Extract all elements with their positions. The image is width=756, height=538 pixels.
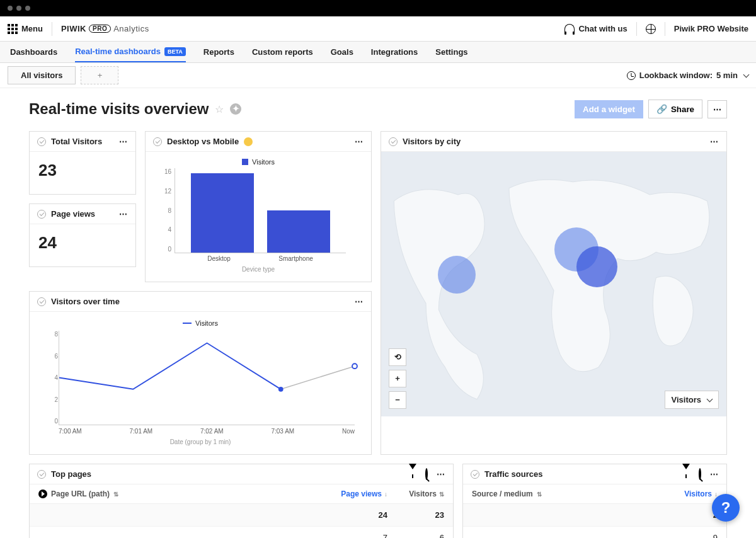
sort-icon[interactable]: ⇅ xyxy=(113,491,118,498)
warning-dot-icon xyxy=(244,137,253,146)
menu-label: Menu xyxy=(21,24,43,33)
card-menu[interactable]: ⋯ xyxy=(710,137,719,146)
check-circle-icon xyxy=(37,137,46,146)
map-reset-button[interactable]: ⟲ xyxy=(389,348,406,366)
check-circle-icon xyxy=(37,297,46,306)
svg-point-0 xyxy=(278,387,284,392)
col-visitors[interactable]: Visitors⇅ xyxy=(387,489,444,498)
nav-tab[interactable]: Dashboards xyxy=(10,42,57,62)
page-header: Real-time visits overview ☆ ✦ Add a widg… xyxy=(0,88,756,125)
filter-icon xyxy=(682,464,690,479)
dashboard-tab-all-visitors[interactable]: All visitors xyxy=(8,66,76,84)
share-button[interactable]: 🔗 Share xyxy=(648,100,702,118)
card-menu[interactable]: ⋯ xyxy=(437,469,445,479)
axis-caption: Date (group by 1 min) xyxy=(41,438,360,445)
card-visitors-over-time: Visitors over time ⋯ Visitors 86420 7:00… xyxy=(29,291,372,455)
filter-icon xyxy=(409,464,416,479)
card-visitors-by-city: Visitors by city ⋯ ⟲ + − Visitors xyxy=(381,131,727,455)
bar-chart: 1612840 xyxy=(175,168,346,253)
table-header: Page URL (path) ⇅ Page views↓ Visitors⇅ xyxy=(30,484,453,504)
beta-badge: BETA xyxy=(164,47,186,56)
table-row[interactable]: /pricing/729.17%626.09% xyxy=(30,527,453,538)
traffic-light-min[interactable] xyxy=(16,6,21,11)
window-titlebar xyxy=(0,0,756,16)
card-menu[interactable]: ⋯ xyxy=(119,137,128,146)
nav-tab[interactable]: Integrations xyxy=(371,42,418,62)
table-row[interactable]: bing / ppc939.13% xyxy=(463,527,726,538)
divider xyxy=(665,22,665,36)
grid-icon xyxy=(8,24,18,34)
top-bar: Menu PIWIK PRO Analytics Chat with us Pi… xyxy=(0,16,756,42)
map-bubble[interactable] xyxy=(576,246,617,287)
add-dashboard-tab[interactable]: + xyxy=(81,66,118,84)
link-icon: 🔗 xyxy=(656,104,667,114)
chevron-down-icon xyxy=(707,396,713,403)
search-icon xyxy=(425,468,428,480)
clock-icon xyxy=(627,71,636,80)
search-button[interactable] xyxy=(699,469,701,479)
nav-tab[interactable]: Goals xyxy=(331,42,353,62)
check-circle-icon xyxy=(153,137,162,146)
legend-swatch xyxy=(183,323,192,324)
sort-icon[interactable]: ⇅ xyxy=(537,491,542,498)
card-traffic-sources: Traffic sources ⋯ Source / medium ⇅ Visi… xyxy=(462,464,727,538)
star-icon[interactable]: ☆ xyxy=(215,103,224,115)
nav-tab[interactable]: Reports xyxy=(203,42,234,62)
lookback-window[interactable]: Lookback window: 5 min xyxy=(627,71,748,80)
svg-point-1 xyxy=(352,363,357,369)
menu-button[interactable]: Menu xyxy=(8,24,43,34)
website-selector[interactable]: Piwik PRO Website xyxy=(674,24,748,33)
line-chart: 86420 xyxy=(59,331,355,425)
map-bubble[interactable] xyxy=(438,256,476,294)
table-header: Source / medium ⇅ Visitors↓ xyxy=(463,484,726,504)
card-menu[interactable]: ⋯ xyxy=(355,137,364,146)
traffic-light-max[interactable] xyxy=(25,6,30,11)
filter-button[interactable] xyxy=(409,469,416,479)
search-icon xyxy=(699,468,701,480)
filter-button[interactable] xyxy=(682,469,690,479)
info-icon[interactable]: ✦ xyxy=(230,103,241,115)
chat-with-us[interactable]: Chat with us xyxy=(564,24,627,34)
card-menu[interactable]: ⋯ xyxy=(119,209,128,219)
map-zoom-out-button[interactable]: − xyxy=(389,391,406,409)
chart-legend: Visitors xyxy=(152,154,365,166)
map-zoom-in-button[interactable]: + xyxy=(389,370,406,387)
world-map[interactable]: ⟲ + − Visitors xyxy=(381,152,726,416)
divider xyxy=(636,22,637,36)
table-summary-row: 24 23 xyxy=(30,504,453,527)
help-fab[interactable]: ? xyxy=(712,494,740,522)
brand-logo[interactable]: PIWIK PRO Analytics xyxy=(61,24,149,33)
map-metric-select[interactable]: Visitors xyxy=(665,391,719,409)
check-circle-icon xyxy=(389,137,398,146)
globe-icon[interactable] xyxy=(646,24,656,34)
play-icon[interactable] xyxy=(38,489,47,498)
legend-swatch xyxy=(242,159,248,165)
search-button[interactable] xyxy=(425,469,428,479)
traffic-light-close[interactable] xyxy=(8,6,13,11)
headset-icon xyxy=(564,24,575,34)
sub-bar: All visitors + Lookback window: 5 min xyxy=(0,63,756,88)
nav-tabs: DashboardsReal-time dashboardsBETAReport… xyxy=(0,42,756,63)
metric-value: 24 xyxy=(30,224,135,266)
nav-tab[interactable]: Settings xyxy=(435,42,467,62)
page-more-menu[interactable]: ⋯ xyxy=(707,100,727,118)
chevron-down-icon xyxy=(743,72,750,78)
col-visitors[interactable]: Visitors↓ xyxy=(661,489,718,498)
check-circle-icon xyxy=(37,470,46,479)
metric-value: 23 xyxy=(30,152,135,194)
check-circle-icon xyxy=(471,470,479,479)
card-page-views: Page views ⋯ 24 xyxy=(29,203,136,267)
card-total-visitors: Total Visitors ⋯ 23 xyxy=(29,131,136,195)
divider xyxy=(52,22,52,36)
check-circle-icon xyxy=(37,210,46,219)
card-top-pages: Top pages ⋯ Page URL (path) ⇅ Page views… xyxy=(29,464,454,538)
col-page-views[interactable]: Page views↓ xyxy=(331,489,387,498)
add-widget-button[interactable]: Add a widget xyxy=(575,100,643,118)
nav-tab[interactable]: Real-time dashboardsBETA xyxy=(75,42,186,62)
card-menu[interactable]: ⋯ xyxy=(355,297,364,306)
nav-tab[interactable]: Custom reports xyxy=(252,42,313,62)
chart-legend: Visitors xyxy=(41,316,360,327)
card-desktop-vs-mobile: Desktop vs Mobile ⋯ Visitors 1612840 Des… xyxy=(145,131,372,282)
axis-caption: Device type xyxy=(152,266,365,273)
card-menu[interactable]: ⋯ xyxy=(710,469,719,479)
